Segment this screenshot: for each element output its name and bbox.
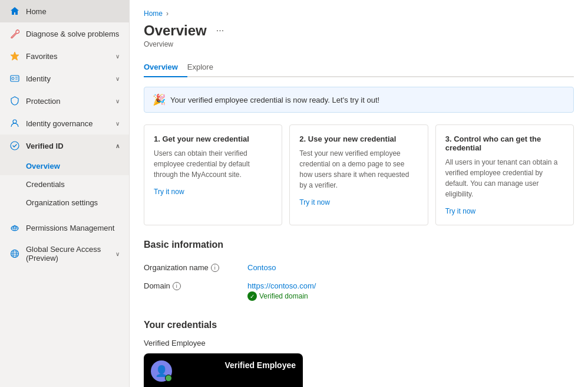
- credentials-section: Your credentials Verified Employee 👤 Ver…: [144, 320, 574, 387]
- domain-label: Domain i: [144, 281, 238, 290]
- avatar-status-dot: [165, 375, 172, 382]
- credential-type-label: Verified Employee: [144, 339, 574, 347]
- banner-text: Your verified employee credential is now…: [170, 96, 379, 104]
- sidebar-item-verified-id[interactable]: Verified ID ∧: [0, 135, 129, 157]
- identity-icon: [9, 73, 20, 84]
- sidebar-item-global-secure-label: Global Secure Access (Preview): [26, 245, 110, 263]
- sidebar-item-permissions[interactable]: Permissions Management: [0, 217, 129, 239]
- chevron-down-icon: ∨: [115, 98, 120, 104]
- verified-domain-badge: ✓ Verified domain: [247, 291, 316, 301]
- credential-card-inner: 👤 Verified Employee Contoso: [144, 353, 303, 387]
- banner-icon: 🎉: [153, 93, 166, 106]
- domain-value: https://contoso.com/ ✓ Verified domain: [247, 281, 316, 301]
- credential-ready-banner: 🎉 Your verified employee credential is n…: [144, 87, 574, 113]
- card-1-title: 1. Get your new credential: [154, 135, 272, 143]
- svg-point-5: [13, 120, 16, 123]
- sidebar-item-home[interactable]: Home: [0, 0, 129, 22]
- sidebar-sub-item-credentials-label: Credentials: [26, 180, 65, 189]
- credential-card-name: Verified Employee: [224, 360, 296, 370]
- cloud-icon: [9, 222, 20, 233]
- sidebar-item-protection[interactable]: Protection ∨: [0, 90, 129, 112]
- verified-id-icon: [9, 140, 20, 151]
- verified-check-icon: ✓: [247, 291, 257, 301]
- home-icon: [9, 6, 20, 17]
- domain-row: Domain i https://contoso.com/ ✓ Verified…: [144, 277, 574, 306]
- main-content: Home › Overview ··· Overview Overview Ex…: [130, 0, 588, 387]
- credential-card-top: 👤 Verified Employee: [151, 360, 296, 382]
- verified-domain-text: Verified domain: [259, 292, 308, 300]
- sidebar-item-home-label: Home: [26, 7, 47, 16]
- card-1-link[interactable]: Try it now: [154, 188, 184, 196]
- sidebar-sub-item-overview-label: Overview: [26, 162, 60, 170]
- chevron-down-icon: ∨: [115, 76, 120, 82]
- sidebar-sub-item-org-settings[interactable]: Organization settings: [0, 194, 129, 212]
- sidebar-item-verified-id-label: Verified ID: [26, 142, 64, 150]
- tab-overview[interactable]: Overview: [144, 58, 187, 77]
- step-card-3: 3. Control who can get the credential Al…: [435, 124, 574, 225]
- card-2-link[interactable]: Try it now: [299, 198, 330, 206]
- sidebar-item-identity-label: Identity: [26, 74, 51, 83]
- card-2-body: Test your new verified employee credenti…: [299, 148, 418, 191]
- breadcrumb-home[interactable]: Home: [144, 9, 163, 18]
- shield-icon: [9, 96, 20, 106]
- card-3-title: 3. Control who can get the credential: [445, 135, 564, 152]
- org-name-label: Organization name i: [144, 263, 238, 272]
- card-3-link[interactable]: Try it now: [445, 207, 476, 215]
- chevron-down-icon: ∨: [115, 120, 120, 127]
- svg-point-6: [11, 142, 19, 150]
- org-name-info-icon: i: [211, 264, 219, 272]
- sidebar-item-diagnose[interactable]: Diagnose & solve problems: [0, 22, 129, 45]
- sidebar-item-favorites-label: Favorites: [26, 52, 57, 61]
- more-options-button[interactable]: ···: [213, 24, 227, 37]
- svg-marker-0: [11, 52, 19, 60]
- wrench-icon: [9, 28, 20, 39]
- chevron-down-icon: ∨: [115, 251, 120, 257]
- star-icon: [9, 51, 20, 61]
- sidebar-sub-item-overview[interactable]: Overview: [0, 157, 129, 175]
- step-card-2: 2. Use your new credential Test your new…: [289, 124, 428, 225]
- step-cards: 1. Get your new credential Users can obt…: [144, 124, 574, 225]
- chevron-down-icon: ∨: [115, 53, 120, 60]
- sidebar-item-identity[interactable]: Identity ∨: [0, 67, 129, 90]
- sidebar-item-diagnose-label: Diagnose & solve problems: [26, 29, 119, 38]
- sidebar-item-identity-governance[interactable]: Identity governance ∨: [0, 112, 129, 135]
- credential-card: 👤 Verified Employee Contoso: [144, 353, 303, 387]
- credentials-section-title: Your credentials: [144, 320, 574, 330]
- sidebar-item-favorites[interactable]: Favorites ∨: [0, 45, 129, 67]
- org-name-link[interactable]: Contoso: [247, 263, 276, 272]
- sidebar-item-permissions-label: Permissions Management: [26, 224, 114, 232]
- domain-url-link[interactable]: https://contoso.com/: [247, 281, 316, 290]
- chevron-up-icon: ∧: [115, 143, 120, 149]
- card-2-title: 2. Use your new credential: [299, 135, 418, 143]
- sidebar: Home Diagnose & solve problems Favorites…: [0, 0, 130, 387]
- sidebar-sub-item-credentials[interactable]: Credentials: [0, 175, 129, 194]
- sidebar-item-identity-governance-label: Identity governance: [26, 119, 93, 128]
- card-1-body: Users can obtain their verified employee…: [154, 148, 272, 180]
- domain-info-icon: i: [173, 282, 181, 290]
- sidebar-item-global-secure[interactable]: Global Secure Access (Preview) ∨: [0, 239, 129, 268]
- breadcrumb: Home ›: [144, 9, 574, 18]
- page-header: Overview ···: [144, 22, 574, 39]
- org-name-value: Contoso: [247, 263, 276, 272]
- globe-icon: [9, 248, 20, 259]
- sidebar-item-protection-label: Protection: [26, 97, 61, 106]
- step-card-1: 1. Get your new credential Users can obt…: [144, 124, 282, 225]
- basic-info-table: Organization name i Contoso Domain i htt…: [144, 258, 574, 306]
- sidebar-sub-item-org-settings-label: Organization settings: [26, 198, 98, 207]
- page-title: Overview: [144, 22, 207, 39]
- basic-info-section-title: Basic information: [144, 240, 574, 250]
- credential-avatar: 👤: [151, 360, 172, 382]
- org-name-row: Organization name i Contoso: [144, 258, 574, 277]
- governance-icon: [9, 118, 20, 129]
- tab-explore[interactable]: Explore: [187, 58, 223, 77]
- svg-point-2: [12, 77, 14, 80]
- tabs: Overview Explore: [144, 58, 574, 77]
- card-3-body: All users in your tenant can obtain a ve…: [445, 157, 564, 199]
- breadcrumb-separator: ›: [166, 9, 169, 18]
- page-subtitle: Overview: [144, 40, 574, 48]
